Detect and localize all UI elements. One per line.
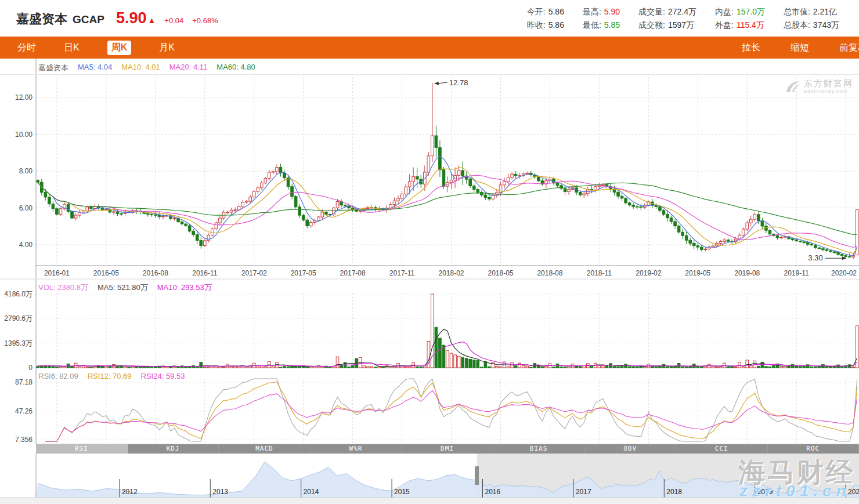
stat-high: 最高:5.90: [583, 6, 620, 17]
stock-ticker: GCAP: [73, 13, 104, 26]
stats-col-high-low: 最高:5.90 最低:5.85: [583, 6, 620, 31]
stats-col-inner-outer: 内盘:157.0万 外盘:115.4万: [715, 6, 765, 31]
svg-text:2017-11: 2017-11: [389, 269, 414, 277]
svg-text:2015: 2015: [394, 488, 410, 496]
svg-text:2017: 2017: [576, 488, 591, 496]
svg-text:1395.3万: 1395.3万: [4, 339, 33, 347]
svg-text:2020: 2020: [848, 488, 859, 496]
annotations-layer: 12.783.30: [435, 78, 846, 262]
stretch-button[interactable]: 拉长: [742, 42, 760, 54]
stat-market-cap: 总市值:2.21亿: [784, 6, 839, 17]
svg-text:3.30: 3.30: [808, 253, 822, 262]
tab-monthly-k[interactable]: 月K: [159, 42, 175, 54]
svg-text:2016-11: 2016-11: [192, 269, 217, 277]
divider: [0, 74, 859, 75]
legend-stock-name: 嘉盛资本: [38, 63, 68, 73]
indicator-tab-dmi[interactable]: DMI: [402, 444, 493, 454]
kline-legend: 嘉盛资本 MA5: 4.04 MA10: 4.01 MA20: 4.11 MA6…: [38, 63, 255, 73]
indicator-tab-cci[interactable]: CCI: [676, 444, 768, 454]
period-tab-bar: 分时 日K 周K 月K 拉长 缩短 前复权: [0, 37, 859, 59]
indicator-tab-macd[interactable]: MACD: [219, 444, 311, 454]
svg-text:0: 0: [28, 364, 33, 372]
svg-text:2790.6万: 2790.6万: [4, 314, 33, 322]
svg-text:2019: 2019: [757, 488, 773, 496]
indicator-tab-roc[interactable]: ROC: [768, 444, 859, 454]
indicator-tab-rsi[interactable]: RSI: [36, 444, 128, 454]
indicator-tab-obv[interactable]: OBV: [584, 444, 676, 454]
svg-text:8.00: 8.00: [19, 167, 33, 175]
navigator-drag-handle: [475, 466, 479, 485]
legend-vol-ma5: MA5: 521.80万: [98, 282, 148, 293]
price-change: +0.04: [164, 16, 183, 25]
period-tabs: 分时 日K 周K 月K: [0, 41, 175, 55]
indicator-tab-bar: RSI KDJ MACD W%R DMI BIAS OBV CCI ROC: [36, 444, 859, 454]
stat-open: 今开:5.86: [527, 6, 564, 17]
stat-volume: 成交量:272.4万: [638, 6, 696, 17]
grid-layer: [36, 74, 859, 444]
stock-title-block: 嘉盛资本 GCAP 5.90 ▲ +0.04 +0.68%: [0, 9, 218, 28]
legend-rsi24: RSI24: 59.53: [141, 372, 185, 380]
svg-text:47.26: 47.26: [15, 407, 33, 415]
legend-vol-ma10: MA10: 293.53万: [157, 282, 212, 293]
legend-ma60: MA60: 4.80: [216, 63, 255, 73]
svg-text:2013: 2013: [212, 488, 228, 496]
stock-app-window: 嘉盛资本 GCAP 5.90 ▲ +0.04 +0.68% 今开:5.86 昨收…: [0, 0, 859, 504]
legend-rsi12: RSI12: 70.69: [88, 372, 132, 380]
indicator-tab-wr[interactable]: W%R: [311, 444, 402, 454]
svg-text:2018-02: 2018-02: [439, 269, 464, 277]
stats-col-cap: 总市值:2.21亿 总股本:3743万: [784, 6, 839, 31]
stat-prev-close: 昨收:5.86: [527, 20, 564, 31]
svg-text:2019-08: 2019-08: [734, 269, 760, 277]
forward-adjust-button[interactable]: 前复权: [839, 42, 859, 54]
svg-text:87.18: 87.18: [15, 378, 33, 386]
volume-legend: VOL: 2380.8万 MA5: 521.80万 MA10: 293.53万: [38, 282, 212, 293]
indicator-tab-kdj[interactable]: KDJ: [128, 444, 219, 454]
stat-inner-disc: 内盘:157.0万: [715, 6, 765, 17]
stats-grid: 今开:5.86 昨收:5.86 最高:5.90 最低:5.85 成交量:272.…: [527, 6, 859, 31]
svg-text:2017-05: 2017-05: [291, 269, 316, 277]
legend-ma5: MA5: 4.04: [78, 63, 112, 73]
svg-text:2014: 2014: [304, 488, 319, 496]
tab-intraday[interactable]: 分时: [17, 42, 36, 54]
svg-text:12.78: 12.78: [449, 78, 468, 87]
svg-text:4.00: 4.00: [19, 241, 33, 249]
divider: [0, 279, 859, 280]
navigator-bottom-strip: [0, 498, 859, 504]
legend-rsi6: RSI6: 82.09: [38, 372, 78, 380]
legend-ma20: MA20: 4.11: [169, 63, 208, 73]
shrink-button[interactable]: 缩短: [791, 42, 809, 54]
legend-ma10: MA10: 4.01: [121, 63, 160, 73]
legend-vol: VOL: 2380.8万: [38, 282, 88, 293]
svg-text:2012: 2012: [122, 488, 138, 496]
stat-turnover: 成交额:1597万: [638, 20, 696, 31]
svg-text:2016: 2016: [485, 488, 500, 496]
price-change-percent: +0.68%: [192, 16, 218, 25]
current-price: 5.90: [116, 9, 147, 27]
timeline-navigator[interactable]: 201220132014201520162017201820192020: [0, 454, 859, 504]
kline-volume-rsi-chart[interactable]: 12.0010.008.006.004.004186.0万2790.6万1395…: [0, 59, 859, 444]
svg-text:2020-02: 2020-02: [831, 269, 857, 277]
svg-text:2018-11: 2018-11: [587, 269, 612, 277]
stats-col-open: 今开:5.86 昨收:5.86: [527, 6, 564, 31]
stat-total-shares: 总股本:3743万: [784, 20, 839, 31]
svg-text:2017-08: 2017-08: [340, 269, 366, 277]
period-tools: 拉长 缩短 前复权: [742, 42, 859, 54]
svg-text:10.00: 10.00: [15, 130, 33, 139]
tab-weekly-k[interactable]: 周K: [107, 41, 132, 55]
axis-labels: 12.0010.008.006.004.004186.0万2790.6万1395…: [4, 93, 857, 444]
indicator-tab-bias[interactable]: BIAS: [493, 444, 585, 454]
svg-text:2016-01: 2016-01: [44, 269, 70, 277]
up-arrow-icon: ▲: [147, 16, 156, 25]
stat-low: 最低:5.85: [583, 20, 620, 31]
svg-text:2018-05: 2018-05: [488, 269, 513, 277]
stats-col-volume: 成交量:272.4万 成交额:1597万: [638, 6, 696, 31]
svg-text:2017-02: 2017-02: [241, 269, 267, 277]
tab-daily-k[interactable]: 日K: [64, 42, 80, 54]
svg-text:2016-08: 2016-08: [143, 269, 168, 277]
svg-text:12.00: 12.00: [15, 93, 33, 101]
stock-name: 嘉盛资本: [16, 10, 67, 28]
svg-text:2019-11: 2019-11: [784, 269, 809, 277]
svg-text:2018: 2018: [666, 488, 682, 496]
svg-text:6.00: 6.00: [19, 204, 33, 212]
svg-text:2019-02: 2019-02: [636, 269, 661, 277]
